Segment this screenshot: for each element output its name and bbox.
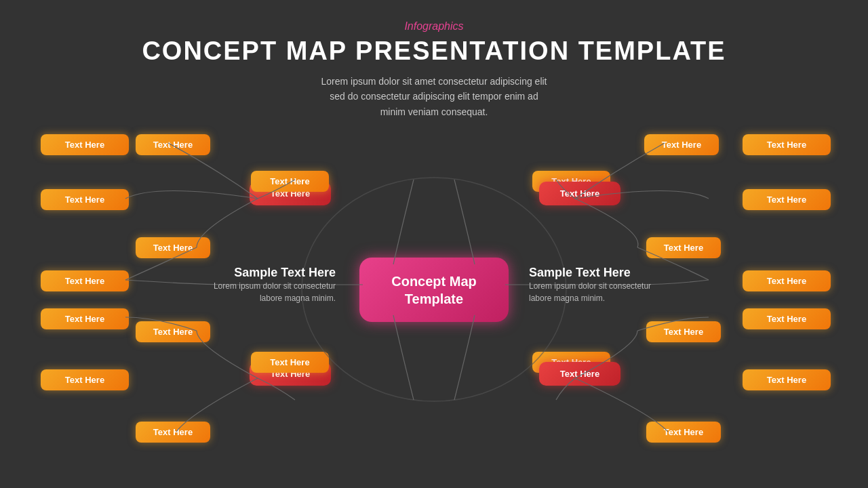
node-tl6[interactable]: Text Here [136, 321, 210, 342]
node-br2[interactable]: Text Here [646, 321, 721, 342]
node-tl4[interactable]: Text Here [136, 237, 210, 258]
main-title: CONCEPT MAP PRESENTATION TEMPLATE [0, 37, 868, 66]
node-tc_right[interactable]: Text Here [539, 182, 620, 205]
node-tr6[interactable]: Text Here [743, 270, 831, 291]
right-sample-title: Sample Text Here [529, 266, 685, 280]
node-bl2[interactable]: Text Here [41, 369, 129, 390]
left-sample-block: Sample Text Here Lorem ipsum dolor sit c… [180, 266, 336, 304]
node-br3[interactable]: Text Here [743, 308, 831, 329]
left-sample-title: Sample Text Here [180, 266, 336, 280]
node-bot-left[interactable]: Text Here [251, 352, 329, 373]
node-tl5[interactable]: Text Here [41, 270, 129, 291]
node-bl3[interactable]: Text Here [136, 422, 210, 443]
node-tl1[interactable]: Text Here [41, 134, 129, 155]
node-tl2[interactable]: Text Here [136, 134, 210, 155]
node-tr3[interactable]: Text Here [644, 134, 719, 155]
right-sample-block: Sample Text Here Lorem ipsum dolor sit c… [529, 266, 685, 304]
header: Infographics CONCEPT MAP PRESENTATION TE… [0, 0, 868, 119]
node-tr5[interactable]: Text Here [646, 237, 721, 258]
node-tr4[interactable]: Text Here [743, 189, 831, 210]
node-top-left[interactable]: Text Here [251, 171, 329, 192]
node-bc_right[interactable]: Text Here [539, 362, 620, 386]
subtitle: Lorem ipsum dolor sit amet consectetur a… [0, 74, 868, 119]
node-br4[interactable]: Text Here [743, 369, 831, 390]
node-bl1[interactable]: Text Here [41, 308, 129, 329]
center-node: Concept MapTemplate [359, 258, 509, 322]
slide: Infographics CONCEPT MAP PRESENTATION TE… [0, 0, 868, 488]
node-br5[interactable]: Text Here [646, 422, 721, 443]
right-sample-body: Lorem ipsum dolor sit consecteturlabore … [529, 280, 685, 304]
node-tr2[interactable]: Text Here [743, 134, 831, 155]
node-tl3[interactable]: Text Here [41, 189, 129, 210]
infographics-label: Infographics [0, 20, 868, 33]
left-sample-body: Lorem ipsum dolor sit consecteturlabore … [180, 280, 336, 304]
